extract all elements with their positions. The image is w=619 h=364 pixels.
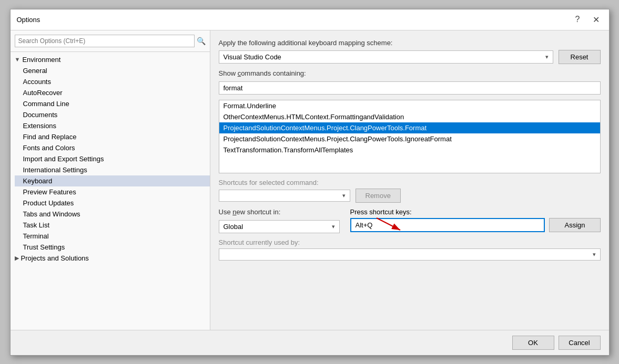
tree-item-trustsettings[interactable]: Trust Settings: [15, 242, 210, 253]
tree-group-environment-label: Environment: [22, 56, 60, 64]
collapse-icon-projects: ▶: [15, 255, 19, 262]
show-commands-label: Show commands containing:: [219, 69, 601, 77]
assign-button[interactable]: Assign: [549, 218, 600, 232]
tree-item-terminal[interactable]: Terminal: [15, 231, 210, 242]
right-panel: Apply the following additional keyboard …: [210, 30, 609, 330]
options-dialog: Options ? ✕ 🔍 ▼ Environment General A: [10, 9, 610, 356]
tree-item-fontscolors[interactable]: Fonts and Colors: [15, 142, 210, 153]
shortcuts-dropdown[interactable]: ▾: [219, 190, 350, 202]
use-new-col: Use new shortcut in: Global ▾: [219, 208, 340, 233]
tree-item-documents[interactable]: Documents: [15, 109, 210, 120]
tree-item-preview[interactable]: Preview Features: [15, 186, 210, 197]
cancel-button[interactable]: Cancel: [559, 336, 601, 350]
help-button[interactable]: ?: [572, 14, 583, 25]
press-label-row: Press shortcut keys:: [350, 208, 601, 216]
tree-item-findreplace[interactable]: Find and Replace: [15, 131, 210, 142]
tree-group-projects[interactable]: ▶ Projects and Solutions: [11, 253, 210, 264]
tree-children-environment: General Accounts AutoRecover Command Lin…: [11, 65, 210, 253]
tree-item-importexport[interactable]: Import and Export Settings: [15, 153, 210, 164]
tree-item-tabswindows[interactable]: Tabs and Windows: [15, 209, 210, 220]
command-item-0[interactable]: Format.Underline: [219, 100, 600, 111]
tree-item-accounts[interactable]: Accounts: [15, 76, 210, 87]
used-by-dropdown[interactable]: ▾: [219, 248, 601, 261]
tree-group-environment[interactable]: ▼ Environment: [11, 54, 210, 65]
global-dropdown[interactable]: Global ▾: [219, 220, 340, 233]
search-input[interactable]: [15, 35, 195, 47]
shortcuts-label: Shortcuts for selected command:: [219, 179, 601, 186]
title-bar: Options ? ✕: [11, 9, 609, 30]
tree-item-autorecover[interactable]: AutoRecover: [15, 87, 210, 98]
search-icon[interactable]: 🔍: [197, 37, 206, 45]
global-value: Global: [224, 223, 243, 231]
mapping-value: Visual Studio Code: [224, 53, 281, 61]
search-box: 🔍: [11, 30, 210, 52]
use-new-n-underline: n: [232, 208, 236, 216]
mapping-dropdown[interactable]: Visual Studio Code ▾: [219, 50, 553, 64]
press-shortcut-col: Press shortcut keys:: [350, 208, 601, 232]
tree-view: ▼ Environment General Accounts AutoRecov…: [11, 52, 210, 330]
shortcut-input-row: Assign: [350, 218, 601, 232]
use-new-label: Use new shortcut in:: [219, 208, 340, 216]
left-panel: 🔍 ▼ Environment General Accounts AutoRec…: [11, 30, 210, 330]
tree-item-extensions[interactable]: Extensions: [15, 120, 210, 131]
shortcuts-section: Shortcuts for selected command: ▾ Remove: [219, 179, 601, 203]
command-item-4[interactable]: TextTransformation.TransformAllTemplates: [219, 144, 600, 155]
tree-item-international[interactable]: International Settings: [15, 164, 210, 175]
used-by-dropdown-arrow: ▾: [593, 251, 596, 258]
command-item-1[interactable]: OtherContextMenus.HTMLContext.Formatting…: [219, 111, 600, 122]
used-by-section: Shortcut currently used by: ▾: [219, 238, 601, 261]
use-new-section: Use new shortcut in: Global ▾ Press shor…: [219, 208, 601, 233]
used-by-label: Shortcut currently used by:: [219, 238, 601, 246]
tree-item-commandline[interactable]: Command Line: [15, 98, 210, 109]
ok-button[interactable]: OK: [512, 336, 554, 350]
dialog-footer: OK Cancel: [11, 330, 609, 355]
remove-button[interactable]: Remove: [356, 189, 401, 203]
tree-item-keyboard[interactable]: Keyboard: [15, 175, 210, 186]
tree-item-productupdates[interactable]: Product Updates: [15, 197, 210, 209]
dialog-body: 🔍 ▼ Environment General Accounts AutoRec…: [11, 30, 609, 330]
tree-group-projects-label: Projects and Solutions: [21, 254, 89, 262]
mapping-label: Apply the following additional keyboard …: [219, 39, 601, 47]
shortcut-keys-input[interactable]: [350, 218, 545, 232]
command-item-2[interactable]: ProjectandSolutionContextMenus.Project.C…: [219, 122, 600, 133]
shortcuts-dropdown-arrow: ▾: [342, 192, 346, 199]
tree-item-general[interactable]: General: [15, 65, 210, 76]
close-button[interactable]: ✕: [590, 14, 603, 26]
mapping-section: Apply the following additional keyboard …: [219, 39, 601, 64]
dialog-title: Options: [17, 16, 40, 24]
show-commands-underline: c: [238, 69, 241, 77]
commands-list: Format.Underline OtherContextMenus.HTMLC…: [219, 100, 601, 173]
reset-button[interactable]: Reset: [559, 50, 601, 64]
command-item-3[interactable]: ProjectandSolutionContextMenus.Project.C…: [219, 133, 600, 144]
mapping-dropdown-arrow: ▾: [545, 54, 549, 60]
show-commands-input[interactable]: [219, 81, 601, 95]
collapse-icon: ▼: [15, 56, 21, 63]
press-shortcut-label: Press shortcut keys:: [350, 208, 412, 216]
tree-item-tasklist[interactable]: Task List: [15, 220, 210, 231]
show-commands-section: Show commands containing:: [219, 69, 601, 95]
global-dropdown-arrow: ▾: [332, 223, 335, 230]
